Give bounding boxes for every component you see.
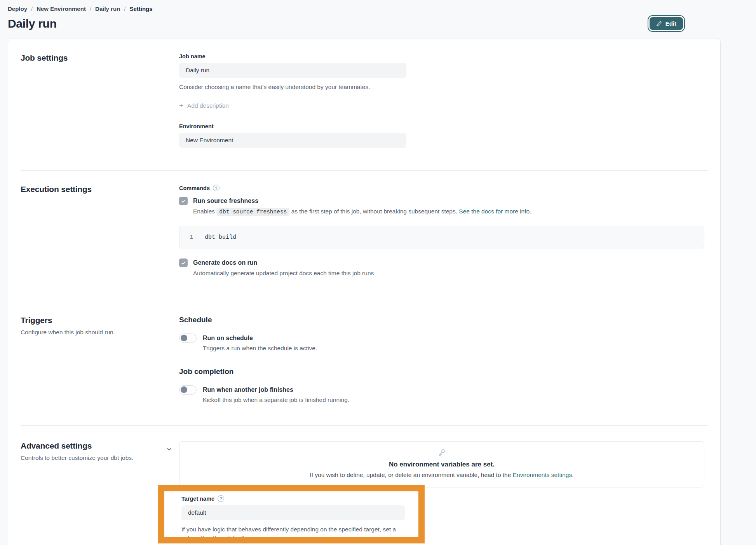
freshness-desc-post: as the first step of this job, without b… [291,208,457,215]
env-variables-empty-card: No environment variables are set. If you… [179,441,704,487]
breadcrumb-separator: / [124,5,125,12]
triggers-heading: Triggers [21,316,179,325]
breadcrumb-separator: / [90,5,91,12]
advanced-settings-subtitle: Controls to better customize your dbt jo… [21,454,179,461]
breadcrumb-deploy[interactable]: Deploy [8,5,27,12]
target-name-label: Target name [181,496,214,502]
environment-label: Environment [179,123,708,129]
edit-button-label: Edit [665,20,676,27]
triggers-subtitle: Configure when this job should run. [21,329,179,336]
pencil-icon [656,21,662,26]
run-when-job-finishes-label: Run when another job finishes [203,386,293,394]
schedule-heading: Schedule [179,316,708,324]
generate-docs-checkbox[interactable] [179,259,188,267]
generate-docs-desc: Automatically generate updated project d… [193,269,708,278]
generate-docs-row: Generate docs on run [179,259,708,267]
chevron-down-icon [166,446,172,452]
commands-code-editor[interactable]: 1 dbt build [179,226,704,248]
commands-label: Commands [179,185,210,191]
key-icon [437,448,446,459]
target-name-input[interactable] [181,505,405,520]
env-info-pre: If you wish to define, update, or delete… [310,472,513,478]
add-description-button[interactable]: + Add description [179,102,229,109]
breadcrumb-environment[interactable]: New Environment [37,5,86,12]
run-source-freshness-row: Run source freshness [179,197,708,205]
run-on-schedule-row: Run on schedule [179,334,708,343]
annotation-highlight-box: Target name ? If you have logic that beh… [158,485,425,543]
run-on-schedule-toggle[interactable] [179,334,197,343]
job-name-label: Job name [179,53,708,59]
edit-button[interactable]: Edit [650,17,683,30]
run-when-job-finishes-toggle[interactable] [179,385,197,395]
run-on-schedule-desc: Triggers a run when the schedule is acti… [203,345,708,352]
environment-input[interactable] [179,133,406,148]
check-icon [181,260,186,266]
breadcrumb: Deploy / New Environment / Daily run / S… [8,5,721,12]
help-icon[interactable]: ? [213,185,219,191]
target-name-group: Target name ? If you have logic that beh… [164,491,418,537]
toggle-knob [181,386,187,393]
breadcrumb-separator: / [31,5,33,12]
run-when-job-finishes-desc: Kickoff this job when a separate job is … [203,397,708,404]
section-execution-settings: Execution settings Commands ? Run source… [21,170,708,299]
breadcrumb-job[interactable]: Daily run [95,5,120,12]
page-title: Daily run [8,17,721,30]
env-info-post: . [572,472,573,478]
target-name-helper: If you have logic that behaves different… [181,525,411,537]
section-job-settings: Job settings Job name Consider choosing … [21,38,708,170]
code-line-number: 1 [190,234,193,241]
job-name-input[interactable] [179,63,406,78]
code-line-text: dbt build [205,234,236,241]
run-source-freshness-label: Run source freshness [193,197,258,205]
run-when-job-finishes-row: Run when another job finishes [179,385,708,395]
job-name-helper: Consider choosing a name that's easily u… [179,83,708,91]
job-settings-heading: Job settings [21,53,179,63]
job-completion-heading: Job completion [179,367,708,376]
settings-card: Job settings Job name Consider choosing … [8,38,721,545]
docs-link[interactable]: See the docs for more info. [459,208,531,215]
env-variables-empty-title: No environment variables are set. [187,461,696,468]
generate-docs-label: Generate docs on run [193,259,257,267]
page-header: Deploy / New Environment / Daily run / S… [0,0,721,30]
add-description-label: Add description [187,102,229,109]
check-icon [181,199,186,204]
plus-icon: + [179,103,183,108]
section-triggers: Triggers Configure when this job should … [21,299,708,425]
run-source-freshness-checkbox[interactable] [179,197,188,205]
environments-settings-link[interactable]: Environments settings [513,472,572,478]
advanced-settings-heading: Advanced settings [21,441,179,451]
env-variables-empty-info: If you wish to define, update, or delete… [187,472,696,479]
run-source-freshness-desc: Enables dbt source freshness as the firs… [193,207,708,217]
run-on-schedule-label: Run on schedule [203,334,253,342]
freshness-desc-pre: Enables [193,208,215,215]
execution-settings-heading: Execution settings [21,185,179,194]
section-advanced-settings: Advanced settings Controls to better cus… [21,425,708,545]
inline-code-chip: dbt source freshness [216,208,289,216]
breadcrumb-settings-current: Settings [129,5,152,12]
help-icon[interactable]: ? [218,495,224,502]
toggle-knob [181,335,187,341]
collapse-section-button[interactable] [166,446,172,454]
